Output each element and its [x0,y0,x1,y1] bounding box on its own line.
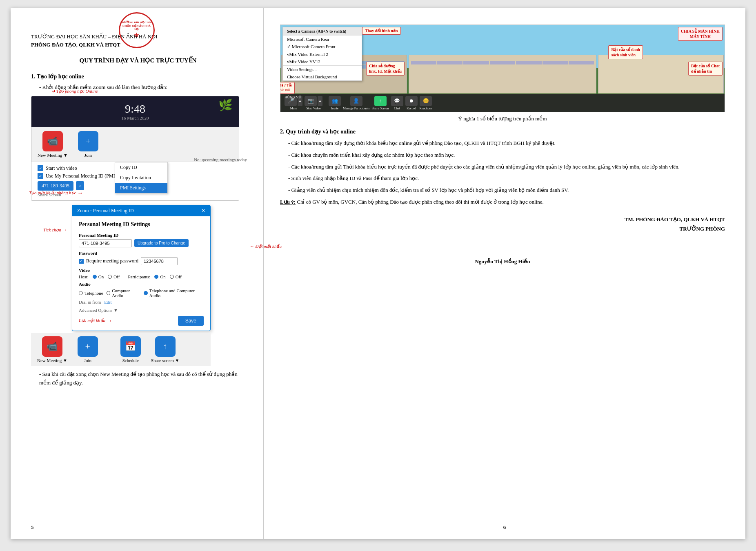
annotation-password-label: Tạo mật khẩu phòng học [29,190,76,196]
note-content: Chỉ có GV bộ môn, GVCN, Cán bộ phòng Đào… [297,199,543,205]
pmi-id-input[interactable] [79,239,132,247]
chat-section[interactable]: 💬 Chat [391,96,403,110]
zoom-annotated-screenshot: Select a Camera (Alt+N to switch) Micros… [280,24,725,112]
pmi-video-row: Host: On Off Participants: On [79,274,204,279]
note-text: Lưu ý: Chỉ có GV bộ môn, GVCN, Cán bộ ph… [280,198,725,207]
audio-options: Telephone Computer Audio Telephone and C… [79,288,204,298]
annotation-password-wrapper: Tạo mật khẩu phòng học → [29,190,83,196]
share-screen-btn[interactable]: ↑ Share screen ▼ [151,336,180,363]
bullet-5: Giảng viên chủ nhiệm chịu trách nhiệm đô… [288,186,725,195]
edit-link[interactable]: Edit [104,300,111,304]
pmi-close-icon[interactable]: ✕ [201,208,205,214]
participants-section[interactable]: 👤 Manage Participants [343,96,370,110]
pmi-require-pass-label: Require meeting password [86,258,138,264]
part-off-radio[interactable]: Off [170,274,182,279]
pmi-audio-label: Audio [79,282,204,287]
join-label2: Join [84,358,91,363]
checkbox-start-video-label: Start with video [46,165,77,171]
copy-invitation-menu-item[interactable]: Copy Invitation [115,173,167,183]
camera-item-4[interactable]: vMix Video YV12 [283,58,362,65]
host-label: Host: [79,274,89,279]
pmi-pass-checkbox[interactable]: ✓ [79,259,84,264]
camera-select-menu: Select a Camera (Alt+N to switch) Micros… [282,27,362,81]
stamp-text: TRƯỜNG ĐẠI HỌC SÂN KHẤU ĐIỆN ẢNH HÀ NỘI [120,21,153,31]
meeting-id-display: 471-189-3495 [38,181,73,191]
part-on-radio[interactable]: On [154,274,165,279]
no-meetings-text: No upcoming meetings today [194,157,247,162]
zoom-bottom-row: 📹 New Meeting ▼ + Join 📅 Schedule ↑ S [31,333,211,366]
pmi-upgrade-btn[interactable]: Upgrade to Pro to Change [134,239,189,247]
camera-item-6[interactable]: Choose Virtual Background [283,73,362,80]
annotation-student-list: Bật cửa sổ danhsách sinh viên [608,45,643,59]
new-meeting-btn2[interactable]: 📹 New Meeting ▼ [37,336,67,363]
bullet-3: Các khoa/trung tâm gửi Thời khóa biểu họ… [288,163,725,171]
telephone-radio[interactable]: Telephone [79,291,103,295]
join-btn[interactable]: + Join [78,131,98,158]
pmi-dialog-body: Personal Meeting ID Settings Personal Me… [72,216,210,331]
pmi-password-row: ✓ Require meeting password [79,257,204,265]
annotation-share-link: Chia sẻ đườnglink, Id, Mật khẩu [366,62,405,76]
both-audio-radio[interactable]: Telephone and Computer Audio [144,288,204,298]
camera-icon[interactable]: 📷 [305,96,317,106]
share-screen-section[interactable]: ↑ Share Screen [372,96,389,110]
video-section: 📷 ▲ Stop Video [305,96,322,110]
record-label: Record [407,107,416,110]
right-page: Select a Camera (Alt+N to switch) Micros… [264,8,745,539]
share-icon: ↑ [374,96,387,106]
building-2 [409,55,597,96]
invite-icon: 👥 [329,96,341,106]
zoom-time: 9:48 [125,102,145,116]
host-on-radio[interactable]: On [93,274,104,279]
right-caption: Ý nghĩa 1 số biểu tượng trên phần mềm [280,116,725,122]
mute-label: Mute [290,107,297,110]
new-meeting-btn[interactable]: 📹 New Meeting ▼ [38,131,68,158]
camera-item-1[interactable]: Microsoft Camera Rear [283,36,362,43]
save-arrow: → [107,318,112,324]
arrow-left-setpass: ← [250,244,254,249]
annotation-mic: Bật/ Tắtmic nói [280,82,295,94]
pmi-pass-input[interactable] [141,257,178,265]
annotation-share-screen: CHIA SẺ MÀN HÌNHMÁY TÍNH [678,27,723,41]
computer-audio-radio[interactable]: Computer Audio [107,288,140,298]
record-section[interactable]: ⏺ Record [405,96,418,110]
participants-label-tb: Manage Participants [343,107,370,110]
pmi-dialog-title: Zoom - Personal Meeting ID [77,208,134,214]
page-title: QUY TRÌNH DẠY VÀ HỌC TRỰC TUYẾN [31,57,245,64]
page-number-left: 5 [31,524,34,531]
bullet-2: Các khoa chuyên môn triển khai xây dựng … [288,151,725,160]
invite-section[interactable]: 👥 Invite [329,96,341,110]
username-display: HÙNG VŨ [285,95,301,99]
camera-item-2: ✓ Microsoft Camera Front [283,43,362,51]
annotation-chat: Bật cửa sổ Chatđể nhắn tin [688,62,723,76]
pmi-dialog-wrapper: Tick chọn → Zoom - Personal Meeting ID ✕… [31,205,245,366]
participants-icon: 👤 [350,96,362,106]
annotation-background: Thay đổi hình nền [362,27,401,35]
copy-id-menu-item[interactable]: Copy ID [115,162,167,173]
annotation-savepass-wrapper: Lưu mật khẩu → [79,318,112,324]
bullet-1: Các khoa/trung tâm xây dựng thời khóa bi… [288,139,725,148]
pmi-dialog: Zoom - Personal Meeting ID ✕ Personal Me… [72,205,211,331]
pmi-id-row: Upgrade to Pro to Change [79,239,204,247]
meeting-id-arrow-btn[interactable]: › [76,181,84,190]
advanced-row[interactable]: Advanced Options ▼ [79,308,204,313]
camera-item-5[interactable]: Video Settings... [283,65,362,73]
arrow-icon: → [77,190,83,196]
camera-item-3[interactable]: vMix Video External 2 [283,51,362,58]
zoom-date: 16 March 2020 [121,116,149,120]
pmi-dialog-header: Zoom - Personal Meeting ID ✕ [72,205,210,216]
tick-arrow: → [62,227,67,232]
reactions-section[interactable]: 😊 Reactions [420,96,433,110]
signer-name: Nguyễn Thị Hồng Hiền [280,258,725,265]
video-arrow[interactable]: ▲ [318,96,322,106]
reactions-icon: 😊 [420,96,432,106]
host-off-radio[interactable]: Off [108,274,120,279]
pmi-save-btn[interactable]: Save [178,316,204,326]
annotation-tick-wrapper: Tick chọn → [43,227,67,233]
section1-title: 1. Tạo lớp học online [31,73,245,80]
signature-block: TM. PHÒNG ĐÀO TẠO, QLKH VÀ HTQT TRƯỞNG P… [280,215,725,234]
join-label: Join [84,153,92,158]
join-btn2[interactable]: + Join [78,336,98,363]
annotation-savepass-label: Lưu mật khẩu [79,318,105,323]
pmi-settings-menu-item[interactable]: PMI Settings [115,183,167,193]
schedule-btn[interactable]: 📅 Schedule [120,336,141,363]
